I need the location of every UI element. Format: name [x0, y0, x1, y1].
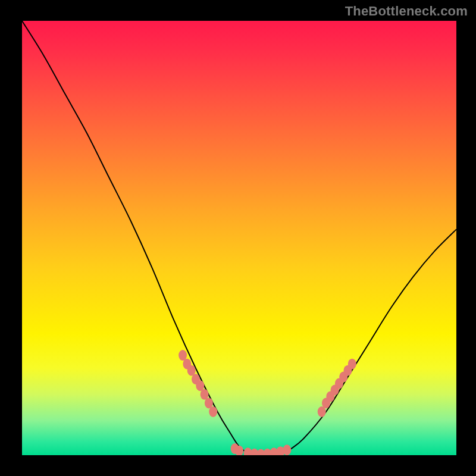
plot-area: [22, 21, 456, 455]
curve-markers: [178, 350, 356, 455]
marker-dot: [283, 444, 291, 455]
bottleneck-curve: [22, 21, 456, 455]
marker-dot: [348, 359, 356, 369]
marker-dot: [209, 406, 217, 417]
curve-layer: [22, 21, 456, 455]
chart-frame: TheBottleneck.com: [0, 0, 476, 476]
watermark-text: TheBottleneck.com: [345, 4, 468, 19]
